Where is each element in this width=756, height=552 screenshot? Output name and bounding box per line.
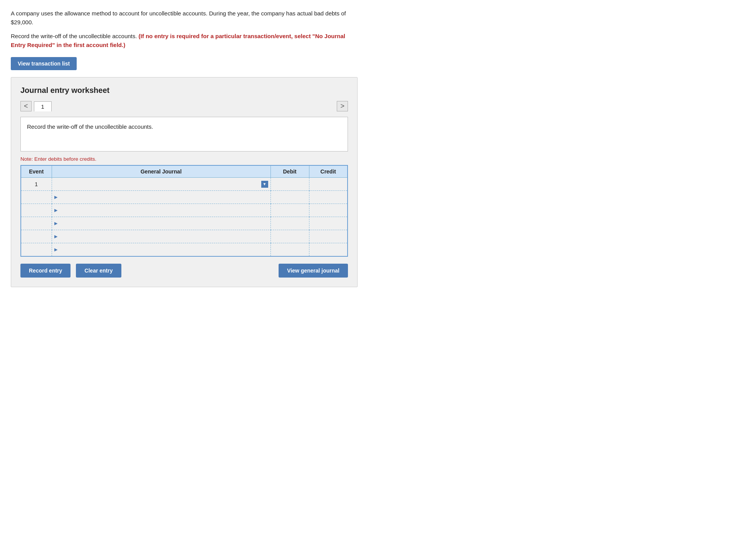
table-row: ▶ bbox=[21, 230, 348, 243]
debit-cell-1 bbox=[270, 191, 309, 204]
credit-cell-5 bbox=[309, 243, 348, 256]
journal-cell-2: ▶ bbox=[52, 204, 270, 217]
journal-input-4[interactable] bbox=[59, 234, 268, 240]
credit-cell-4 bbox=[309, 230, 348, 243]
journal-cell-3: ▶ bbox=[52, 217, 270, 230]
event-cell-4 bbox=[21, 230, 52, 243]
debit-cell-3 bbox=[270, 217, 309, 230]
table-row: ▶ bbox=[21, 204, 348, 217]
journal-input-3[interactable] bbox=[59, 220, 268, 227]
debit-input-3[interactable] bbox=[273, 220, 307, 227]
worksheet-title: Journal entry worksheet bbox=[20, 86, 348, 95]
debit-cell-2 bbox=[270, 204, 309, 217]
journal-input-1[interactable] bbox=[59, 194, 268, 200]
debit-input-5[interactable] bbox=[273, 246, 307, 252]
journal-input-0[interactable] bbox=[54, 181, 260, 187]
debit-input-0[interactable] bbox=[273, 181, 307, 187]
table-row: ▶ bbox=[21, 217, 348, 230]
description-box: Record the write-off of the uncollectibl… bbox=[20, 117, 348, 151]
journal-cell-1: ▶ bbox=[52, 191, 270, 204]
credit-input-5[interactable] bbox=[312, 246, 345, 252]
table-row: ▶ bbox=[21, 191, 348, 204]
credit-input-2[interactable] bbox=[312, 207, 345, 214]
debit-cell-4 bbox=[270, 230, 309, 243]
intro-line1: A company uses the allowance method to a… bbox=[11, 9, 358, 27]
journal-cell-4: ▶ bbox=[52, 230, 270, 243]
event-cell-0: 1 bbox=[21, 178, 52, 191]
debit-input-4[interactable] bbox=[273, 234, 307, 240]
note-text: Note: Enter debits before credits. bbox=[20, 156, 348, 162]
event-cell-1 bbox=[21, 191, 52, 204]
nav-row: < 1 > bbox=[20, 101, 348, 111]
header-general-journal: General Journal bbox=[52, 165, 270, 178]
nav-left-button[interactable]: < bbox=[20, 101, 32, 111]
event-cell-3 bbox=[21, 217, 52, 230]
journal-cell-5: ▶ bbox=[52, 243, 270, 256]
clear-entry-button[interactable]: Clear entry bbox=[76, 264, 121, 278]
row-arrow-icon-4: ▶ bbox=[54, 234, 57, 239]
event-cell-5 bbox=[21, 243, 52, 256]
row-arrow-icon-1: ▶ bbox=[54, 195, 57, 200]
debit-cell-0 bbox=[270, 178, 309, 191]
table-row: ▶ bbox=[21, 243, 348, 256]
credit-input-4[interactable] bbox=[312, 234, 345, 240]
debit-input-2[interactable] bbox=[273, 207, 307, 214]
credit-input-3[interactable] bbox=[312, 220, 345, 227]
view-transaction-button[interactable]: View transaction list bbox=[11, 57, 77, 70]
credit-cell-0 bbox=[309, 178, 348, 191]
nav-right-button[interactable]: > bbox=[337, 101, 348, 111]
journal-cell-0: ▼ bbox=[52, 178, 270, 191]
event-cell-2 bbox=[21, 204, 52, 217]
tab-number: 1 bbox=[34, 101, 52, 111]
debit-input-1[interactable] bbox=[273, 194, 307, 200]
row-arrow-icon-5: ▶ bbox=[54, 247, 57, 252]
debit-cell-5 bbox=[270, 243, 309, 256]
buttons-row: Record entry Clear entry View general jo… bbox=[20, 264, 348, 278]
worksheet-container: Journal entry worksheet < 1 > Record the… bbox=[11, 77, 358, 287]
credit-input-1[interactable] bbox=[312, 194, 345, 200]
journal-input-2[interactable] bbox=[59, 207, 268, 214]
credit-cell-1 bbox=[309, 191, 348, 204]
dropdown-arrow-icon-0[interactable]: ▼ bbox=[261, 181, 268, 188]
journal-input-5[interactable] bbox=[59, 246, 268, 252]
credit-cell-2 bbox=[309, 204, 348, 217]
instruction-text: Record the write-off of the uncollectibl… bbox=[11, 32, 358, 49]
header-event: Event bbox=[21, 165, 52, 178]
record-entry-button[interactable]: Record entry bbox=[20, 264, 71, 278]
header-credit: Credit bbox=[309, 165, 348, 178]
view-general-journal-button[interactable]: View general journal bbox=[279, 264, 348, 278]
journal-table: Event General Journal Debit Credit 1▼▶▶▶… bbox=[20, 165, 348, 257]
credit-input-0[interactable] bbox=[312, 181, 345, 187]
row-arrow-icon-3: ▶ bbox=[54, 221, 57, 226]
header-debit: Debit bbox=[270, 165, 309, 178]
table-row: 1▼ bbox=[21, 178, 348, 191]
row-arrow-icon-2: ▶ bbox=[54, 208, 57, 213]
credit-cell-3 bbox=[309, 217, 348, 230]
